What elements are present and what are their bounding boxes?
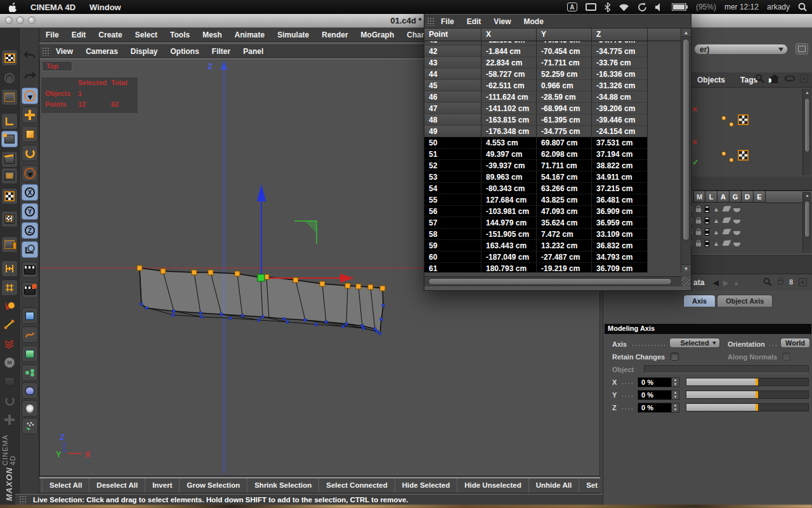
hide-unselected-button[interactable]: Hide Unselected — [457, 478, 528, 493]
structure-row-51[interactable]: 5149.397 cm62.098 cm37.194 cm — [424, 149, 682, 160]
structure-cell[interactable]: 34.911 cm — [592, 171, 648, 183]
deselect-all-button[interactable]: Deselect All — [89, 478, 145, 493]
state-icon[interactable] — [705, 240, 709, 247]
layer-column-m[interactable]: M — [693, 190, 705, 203]
render-view-icon[interactable] — [22, 262, 38, 278]
structure-cell[interactable]: 54 — [424, 183, 481, 194]
structure-cell[interactable]: 34.793 cm — [592, 251, 648, 263]
drag-grip[interactable] — [42, 47, 49, 56]
texture-tag-icon[interactable] — [738, 114, 749, 125]
menubar-user[interactable]: arkady — [767, 3, 790, 11]
state-icon[interactable] — [705, 229, 709, 236]
structure-cell[interactable]: 46 — [424, 91, 481, 103]
structure-row-52[interactable]: 52-39.937 cm71.711 cm38.822 cm — [424, 160, 682, 171]
display-icon[interactable] — [586, 3, 596, 11]
home-icon[interactable] — [769, 74, 780, 83]
scroll-up-icon[interactable]: ▲ — [805, 193, 809, 197]
structure-cell[interactable]: -39.206 cm — [592, 103, 648, 114]
lock-icon[interactable] — [696, 231, 701, 235]
structure-cell[interactable]: 52 — [424, 160, 481, 171]
viewport-menu-cameras[interactable]: Cameras — [79, 44, 124, 58]
render-visibility-dot[interactable] — [729, 157, 734, 163]
animation-mode-icon[interactable] — [1, 260, 18, 277]
shrink-selection-button[interactable]: Shrink Selection — [247, 478, 318, 493]
search-icon[interactable] — [755, 74, 764, 83]
structure-cell[interactable]: -70.454 cm — [537, 46, 592, 57]
structure-cell[interactable]: -80.343 cm — [481, 183, 537, 194]
layers-scrollbar[interactable]: ▲ — [802, 192, 811, 253]
history-icon[interactable]: 8 — [789, 278, 793, 286]
view-label[interactable]: Top — [42, 61, 72, 71]
viewport-menu-panel[interactable]: Panel — [237, 44, 270, 58]
lock-x-axis-icon[interactable]: X — [22, 184, 38, 201]
menu-simulate[interactable]: Simulate — [271, 28, 315, 42]
structure-row-47[interactable]: 47-141.102 cm-68.994 cm-39.206 cm — [424, 103, 682, 114]
scale-tool-icon[interactable] — [22, 126, 38, 142]
structure-row-43[interactable]: 4322.834 cm-71.711 cm-33.76 cm — [424, 57, 682, 69]
structure-cell[interactable]: 13.232 cm — [537, 240, 592, 251]
structure-menu-view[interactable]: View — [487, 15, 517, 29]
structure-cell[interactable]: -187.049 cm — [481, 251, 537, 263]
structure-row-48[interactable]: 48-163.815 cm-61.395 cm-39.446 cm — [424, 114, 682, 126]
structure-cell[interactable]: 180.793 cm — [481, 263, 537, 272]
scroll-up-icon[interactable]: ▲ — [805, 90, 809, 95]
spline-handles-icon[interactable] — [1, 316, 18, 333]
y-slider[interactable] — [686, 391, 809, 399]
orientation-button[interactable]: World — [780, 338, 810, 348]
structure-row-55[interactable]: 55127.684 cm43.825 cm36.481 cm — [424, 194, 682, 206]
menubar-app-name[interactable]: CINEMA 4D — [30, 3, 75, 12]
menu-create[interactable]: Create — [92, 28, 128, 42]
layer-row[interactable]: ▲ — [686, 203, 812, 215]
structure-cell[interactable]: 7.472 cm — [537, 229, 592, 240]
search-icon[interactable] — [763, 277, 772, 286]
layer-column-a[interactable]: A — [717, 190, 730, 203]
layer-row[interactable]: ▲ — [686, 226, 812, 237]
layer-row[interactable]: ▲ — [686, 215, 812, 226]
structure-cell[interactable]: 51 — [424, 149, 481, 160]
layer-row[interactable]: ▲ — [686, 237, 812, 249]
menu-mograph[interactable]: MoGraph — [355, 28, 401, 42]
add-deformer-icon[interactable] — [22, 382, 38, 399]
structure-cell[interactable]: 63.266 cm — [537, 183, 592, 194]
structure-menu-mode[interactable]: Mode — [517, 15, 549, 29]
add-generator-icon[interactable] — [22, 345, 38, 362]
structure-table[interactable]: PointXYZ 41-12.101 cm-70.545 cm-34.775 c… — [424, 29, 682, 272]
structure-cell[interactable]: 69.807 cm — [537, 137, 592, 149]
tab-objects[interactable]: Objects — [690, 76, 733, 84]
model-mode-icon[interactable] — [1, 89, 18, 105]
structure-cell[interactable]: -16.336 cm — [592, 69, 648, 80]
add-modeling-icon[interactable] — [22, 364, 38, 381]
structure-cell[interactable]: 59 — [424, 240, 481, 251]
menu-mesh[interactable]: Mesh — [196, 28, 228, 42]
editor-visibility-dot[interactable] — [721, 151, 726, 156]
structure-cell[interactable]: 35.624 cm — [537, 217, 592, 229]
viewport-menu-display[interactable]: Display — [124, 44, 164, 58]
structure-cell[interactable]: 52.259 cm — [537, 69, 592, 80]
kinematics-icon[interactable] — [1, 297, 18, 314]
structure-cell[interactable]: 71.711 cm — [537, 160, 592, 171]
structure-row-45[interactable]: 45-62.511 cm0.966 cm-31.326 cm — [424, 80, 682, 91]
structure-cell[interactable]: 58 — [424, 229, 481, 240]
generator-icon[interactable] — [722, 229, 730, 234]
eye-icon[interactable] — [785, 76, 795, 81]
structure-cell[interactable]: -12.101 cm — [481, 41, 537, 46]
structure-cell[interactable]: -34.88 cm — [592, 91, 648, 103]
object-axis-mode-icon[interactable] — [1, 113, 18, 130]
texture-tag-icon[interactable] — [738, 150, 749, 161]
layer-column-e[interactable]: E — [754, 190, 766, 203]
layer-column-d[interactable]: D — [742, 190, 754, 203]
expression-icon[interactable] — [733, 243, 740, 246]
apple-menu-icon[interactable] — [9, 3, 23, 12]
live-selection-tool-icon[interactable] — [22, 88, 38, 104]
hide-selected-button[interactable]: Hide Selected — [395, 478, 457, 493]
z-slider[interactable] — [686, 403, 809, 411]
structure-menu-edit[interactable]: Edit — [461, 15, 488, 29]
scrollbar-thumb[interactable] — [428, 278, 672, 285]
structure-hscrollbar[interactable] — [424, 276, 682, 286]
texture-axis-mode-icon[interactable] — [1, 211, 18, 227]
menu-select[interactable]: Select — [129, 28, 164, 42]
structure-cell[interactable]: 49 — [424, 126, 481, 137]
lock-icon[interactable] — [696, 208, 701, 212]
volume-icon[interactable] — [655, 2, 664, 12]
structure-cell[interactable]: 127.684 cm — [481, 194, 537, 206]
